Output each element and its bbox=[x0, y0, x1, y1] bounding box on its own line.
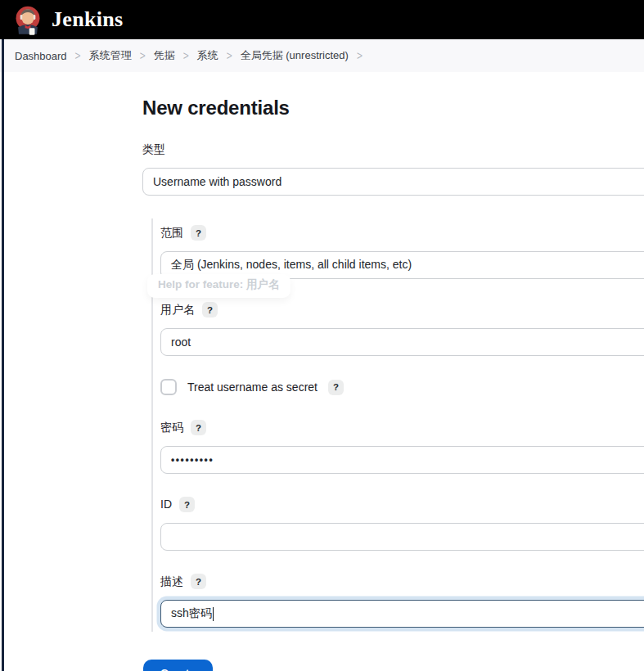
new-credentials-form: New credentials 类型 Username with passwor… bbox=[0, 72, 644, 671]
create-button[interactable]: Create bbox=[143, 660, 213, 671]
breadcrumb-chevron-icon: > bbox=[75, 48, 81, 63]
text-caret bbox=[213, 607, 214, 621]
treat-username-secret-label[interactable]: Treat username as secret bbox=[187, 381, 317, 394]
scope-label: 范围 bbox=[160, 225, 183, 241]
password-help-icon[interactable]: ? bbox=[191, 420, 206, 435]
description-input[interactable]: ssh密码 bbox=[160, 600, 644, 628]
id-help-icon[interactable]: ? bbox=[179, 497, 195, 512]
id-label: ID bbox=[160, 497, 172, 512]
username-label-row: 用户名 ? bbox=[160, 302, 644, 317]
scope-select[interactable]: 全局 (Jenkins, nodes, items, all child ite… bbox=[160, 251, 644, 279]
breadcrumb-chevron-icon: > bbox=[227, 48, 232, 63]
password-input[interactable] bbox=[160, 446, 644, 474]
breadcrumb: Dashboard > 系统管理 > 凭据 > 系统 > 全局凭据 (unres… bbox=[0, 39, 644, 72]
username-input[interactable] bbox=[160, 328, 644, 356]
page-title: New credentials bbox=[142, 97, 644, 119]
description-field: 描述 ? ssh密码 bbox=[160, 574, 644, 628]
id-field: ID ? bbox=[160, 497, 644, 551]
page-left-edge bbox=[2, 39, 4, 671]
breadcrumb-item-dashboard[interactable]: Dashboard bbox=[15, 50, 67, 62]
scope-help-icon[interactable]: ? bbox=[191, 225, 206, 241]
id-input[interactable] bbox=[160, 523, 644, 551]
username-secret-field: Treat username as secret ? bbox=[160, 379, 644, 395]
type-specific-section: Help for feature: 用户名 范围 ? 全局 (Jenkins, … bbox=[151, 218, 644, 632]
username-secret-help-icon[interactable]: ? bbox=[328, 380, 344, 395]
breadcrumb-chevron-icon: > bbox=[140, 48, 146, 63]
jenkins-butler-logo-icon[interactable] bbox=[13, 2, 43, 37]
treat-username-secret-checkbox[interactable] bbox=[160, 379, 177, 395]
username-field: 用户名 ? bbox=[160, 302, 644, 356]
description-value: ssh密码 bbox=[171, 606, 212, 621]
breadcrumb-chevron-icon: > bbox=[183, 48, 189, 63]
breadcrumb-item-credentials[interactable]: 凭据 bbox=[154, 48, 175, 63]
credential-type-select[interactable]: Username with password bbox=[142, 168, 644, 196]
username-help-icon[interactable]: ? bbox=[202, 302, 218, 317]
username-label: 用户名 bbox=[160, 302, 195, 317]
breadcrumb-item-manage[interactable]: 系统管理 bbox=[89, 48, 132, 63]
breadcrumb-item-global-domain[interactable]: 全局凭据 (unrestricted) bbox=[241, 48, 349, 63]
description-label-row: 描述 ? bbox=[160, 574, 644, 589]
password-field: 密码 ? bbox=[160, 420, 644, 474]
password-label: 密码 bbox=[160, 420, 183, 435]
description-label: 描述 bbox=[160, 574, 183, 589]
password-label-row: 密码 ? bbox=[160, 420, 644, 435]
type-label: 类型 bbox=[142, 142, 165, 157]
type-field: 类型 Username with password bbox=[142, 142, 644, 196]
top-header: Jenkins bbox=[0, 0, 644, 39]
type-label-row: 类型 bbox=[142, 142, 644, 157]
app-title[interactable]: Jenkins bbox=[52, 7, 123, 32]
id-label-row: ID ? bbox=[160, 497, 644, 512]
description-help-icon[interactable]: ? bbox=[191, 574, 206, 589]
scope-field: 范围 ? 全局 (Jenkins, nodes, items, all chil… bbox=[160, 225, 644, 279]
jenkins-butler-logo-svg bbox=[14, 3, 42, 36]
breadcrumb-chevron-icon: > bbox=[357, 48, 363, 63]
scope-label-row: 范围 ? bbox=[160, 225, 644, 241]
breadcrumb-item-system[interactable]: 系统 bbox=[197, 48, 218, 63]
